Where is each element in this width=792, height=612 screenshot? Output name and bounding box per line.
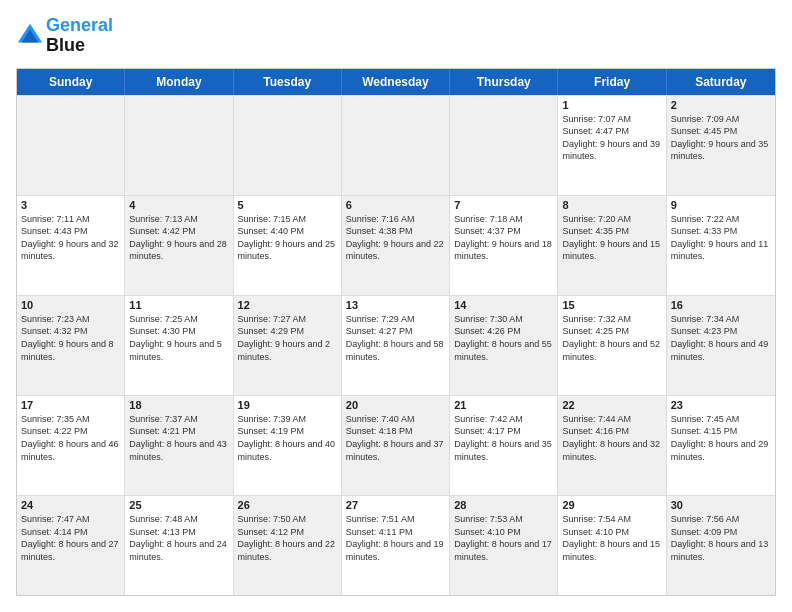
logo: General Blue — [16, 16, 113, 56]
day-info: Sunrise: 7:27 AM Sunset: 4:29 PM Dayligh… — [238, 313, 337, 363]
header-cell-thursday: Thursday — [450, 69, 558, 95]
day-number: 19 — [238, 399, 337, 411]
day-info: Sunrise: 7:20 AM Sunset: 4:35 PM Dayligh… — [562, 213, 661, 263]
day-number: 20 — [346, 399, 445, 411]
day-number: 22 — [562, 399, 661, 411]
day-number: 6 — [346, 199, 445, 211]
calendar-cell: 8Sunrise: 7:20 AM Sunset: 4:35 PM Daylig… — [558, 196, 666, 295]
day-info: Sunrise: 7:18 AM Sunset: 4:37 PM Dayligh… — [454, 213, 553, 263]
calendar-cell: 29Sunrise: 7:54 AM Sunset: 4:10 PM Dayli… — [558, 496, 666, 595]
day-info: Sunrise: 7:11 AM Sunset: 4:43 PM Dayligh… — [21, 213, 120, 263]
day-number: 2 — [671, 99, 771, 111]
header-cell-saturday: Saturday — [667, 69, 775, 95]
calendar-cell: 28Sunrise: 7:53 AM Sunset: 4:10 PM Dayli… — [450, 496, 558, 595]
day-number: 5 — [238, 199, 337, 211]
day-info: Sunrise: 7:30 AM Sunset: 4:26 PM Dayligh… — [454, 313, 553, 363]
day-info: Sunrise: 7:13 AM Sunset: 4:42 PM Dayligh… — [129, 213, 228, 263]
day-number: 17 — [21, 399, 120, 411]
calendar-cell — [125, 96, 233, 195]
calendar-cell: 2Sunrise: 7:09 AM Sunset: 4:45 PM Daylig… — [667, 96, 775, 195]
calendar-cell — [450, 96, 558, 195]
day-info: Sunrise: 7:34 AM Sunset: 4:23 PM Dayligh… — [671, 313, 771, 363]
logo-icon — [16, 22, 44, 50]
calendar-cell: 12Sunrise: 7:27 AM Sunset: 4:29 PM Dayli… — [234, 296, 342, 395]
day-info: Sunrise: 7:51 AM Sunset: 4:11 PM Dayligh… — [346, 513, 445, 563]
day-info: Sunrise: 7:54 AM Sunset: 4:10 PM Dayligh… — [562, 513, 661, 563]
calendar-cell: 7Sunrise: 7:18 AM Sunset: 4:37 PM Daylig… — [450, 196, 558, 295]
calendar-header: SundayMondayTuesdayWednesdayThursdayFrid… — [17, 69, 775, 95]
calendar-cell: 17Sunrise: 7:35 AM Sunset: 4:22 PM Dayli… — [17, 396, 125, 495]
day-info: Sunrise: 7:23 AM Sunset: 4:32 PM Dayligh… — [21, 313, 120, 363]
day-number: 23 — [671, 399, 771, 411]
day-number: 1 — [562, 99, 661, 111]
calendar-cell: 18Sunrise: 7:37 AM Sunset: 4:21 PM Dayli… — [125, 396, 233, 495]
day-info: Sunrise: 7:09 AM Sunset: 4:45 PM Dayligh… — [671, 113, 771, 163]
day-info: Sunrise: 7:32 AM Sunset: 4:25 PM Dayligh… — [562, 313, 661, 363]
calendar-cell: 3Sunrise: 7:11 AM Sunset: 4:43 PM Daylig… — [17, 196, 125, 295]
calendar-row-4: 24Sunrise: 7:47 AM Sunset: 4:14 PM Dayli… — [17, 495, 775, 595]
day-number: 15 — [562, 299, 661, 311]
calendar-cell: 27Sunrise: 7:51 AM Sunset: 4:11 PM Dayli… — [342, 496, 450, 595]
calendar-cell — [342, 96, 450, 195]
day-info: Sunrise: 7:50 AM Sunset: 4:12 PM Dayligh… — [238, 513, 337, 563]
calendar-cell: 23Sunrise: 7:45 AM Sunset: 4:15 PM Dayli… — [667, 396, 775, 495]
day-number: 14 — [454, 299, 553, 311]
calendar-cell: 30Sunrise: 7:56 AM Sunset: 4:09 PM Dayli… — [667, 496, 775, 595]
calendar-cell: 13Sunrise: 7:29 AM Sunset: 4:27 PM Dayli… — [342, 296, 450, 395]
day-number: 12 — [238, 299, 337, 311]
calendar-row-0: 1Sunrise: 7:07 AM Sunset: 4:47 PM Daylig… — [17, 95, 775, 195]
header: General Blue — [16, 16, 776, 56]
day-info: Sunrise: 7:53 AM Sunset: 4:10 PM Dayligh… — [454, 513, 553, 563]
calendar-cell: 21Sunrise: 7:42 AM Sunset: 4:17 PM Dayli… — [450, 396, 558, 495]
calendar-row-1: 3Sunrise: 7:11 AM Sunset: 4:43 PM Daylig… — [17, 195, 775, 295]
day-info: Sunrise: 7:39 AM Sunset: 4:19 PM Dayligh… — [238, 413, 337, 463]
calendar-cell — [17, 96, 125, 195]
day-info: Sunrise: 7:44 AM Sunset: 4:16 PM Dayligh… — [562, 413, 661, 463]
calendar-cell: 22Sunrise: 7:44 AM Sunset: 4:16 PM Dayli… — [558, 396, 666, 495]
calendar-cell: 6Sunrise: 7:16 AM Sunset: 4:38 PM Daylig… — [342, 196, 450, 295]
day-info: Sunrise: 7:16 AM Sunset: 4:38 PM Dayligh… — [346, 213, 445, 263]
header-cell-friday: Friday — [558, 69, 666, 95]
page: General Blue SundayMondayTuesdayWednesda… — [0, 0, 792, 612]
logo-text: General Blue — [46, 16, 113, 56]
day-info: Sunrise: 7:29 AM Sunset: 4:27 PM Dayligh… — [346, 313, 445, 363]
day-number: 11 — [129, 299, 228, 311]
calendar-cell: 15Sunrise: 7:32 AM Sunset: 4:25 PM Dayli… — [558, 296, 666, 395]
day-number: 3 — [21, 199, 120, 211]
day-number: 9 — [671, 199, 771, 211]
day-info: Sunrise: 7:40 AM Sunset: 4:18 PM Dayligh… — [346, 413, 445, 463]
day-info: Sunrise: 7:22 AM Sunset: 4:33 PM Dayligh… — [671, 213, 771, 263]
calendar: SundayMondayTuesdayWednesdayThursdayFrid… — [16, 68, 776, 596]
day-number: 25 — [129, 499, 228, 511]
day-number: 29 — [562, 499, 661, 511]
calendar-cell: 24Sunrise: 7:47 AM Sunset: 4:14 PM Dayli… — [17, 496, 125, 595]
calendar-cell: 14Sunrise: 7:30 AM Sunset: 4:26 PM Dayli… — [450, 296, 558, 395]
header-cell-wednesday: Wednesday — [342, 69, 450, 95]
calendar-cell: 9Sunrise: 7:22 AM Sunset: 4:33 PM Daylig… — [667, 196, 775, 295]
day-info: Sunrise: 7:45 AM Sunset: 4:15 PM Dayligh… — [671, 413, 771, 463]
day-number: 18 — [129, 399, 228, 411]
calendar-cell: 16Sunrise: 7:34 AM Sunset: 4:23 PM Dayli… — [667, 296, 775, 395]
day-number: 8 — [562, 199, 661, 211]
calendar-cell: 5Sunrise: 7:15 AM Sunset: 4:40 PM Daylig… — [234, 196, 342, 295]
day-number: 16 — [671, 299, 771, 311]
day-number: 24 — [21, 499, 120, 511]
day-info: Sunrise: 7:48 AM Sunset: 4:13 PM Dayligh… — [129, 513, 228, 563]
calendar-body: 1Sunrise: 7:07 AM Sunset: 4:47 PM Daylig… — [17, 95, 775, 595]
header-cell-tuesday: Tuesday — [234, 69, 342, 95]
calendar-cell: 4Sunrise: 7:13 AM Sunset: 4:42 PM Daylig… — [125, 196, 233, 295]
day-info: Sunrise: 7:15 AM Sunset: 4:40 PM Dayligh… — [238, 213, 337, 263]
header-cell-sunday: Sunday — [17, 69, 125, 95]
calendar-cell: 10Sunrise: 7:23 AM Sunset: 4:32 PM Dayli… — [17, 296, 125, 395]
header-cell-monday: Monday — [125, 69, 233, 95]
day-info: Sunrise: 7:25 AM Sunset: 4:30 PM Dayligh… — [129, 313, 228, 363]
calendar-cell: 11Sunrise: 7:25 AM Sunset: 4:30 PM Dayli… — [125, 296, 233, 395]
day-number: 7 — [454, 199, 553, 211]
day-number: 21 — [454, 399, 553, 411]
day-number: 30 — [671, 499, 771, 511]
calendar-cell: 26Sunrise: 7:50 AM Sunset: 4:12 PM Dayli… — [234, 496, 342, 595]
calendar-row-2: 10Sunrise: 7:23 AM Sunset: 4:32 PM Dayli… — [17, 295, 775, 395]
day-number: 28 — [454, 499, 553, 511]
day-info: Sunrise: 7:37 AM Sunset: 4:21 PM Dayligh… — [129, 413, 228, 463]
calendar-cell — [234, 96, 342, 195]
